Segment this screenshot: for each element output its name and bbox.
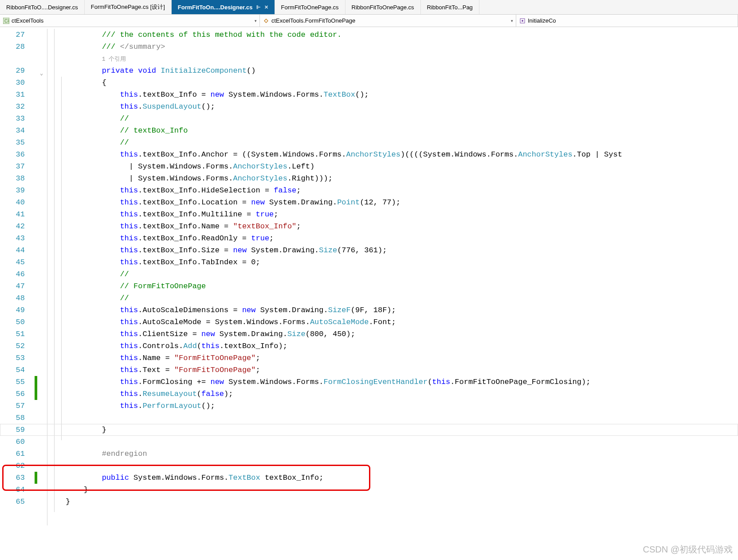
- code-line[interactable]: // textBox_Info: [66, 125, 738, 137]
- code-line[interactable]: this.textBox_Info.ReadOnly = true;: [66, 232, 738, 244]
- fold-icon[interactable]: ⌄: [40, 67, 43, 79]
- line-number: 54: [0, 364, 25, 376]
- line-number: 65: [0, 496, 25, 508]
- line-number: 36: [0, 149, 25, 161]
- line-number: 55: [0, 376, 25, 388]
- member-dropdown[interactable]: InitializeCo: [516, 15, 738, 27]
- chevron-down-icon: ▾: [255, 19, 257, 23]
- pin-icon[interactable]: ⊩: [256, 4, 261, 10]
- code-line[interactable]: this.textBox_Info.Name = "textBox_Info";: [66, 220, 738, 232]
- line-number: 53: [0, 352, 25, 364]
- line-number: 62: [0, 460, 25, 472]
- code-line[interactable]: }: [66, 424, 738, 436]
- code-line[interactable]: | System.Windows.Forms.AnchorStyles.Righ…: [66, 172, 738, 184]
- code-line[interactable]: this.Text = "FormFitToOnePage";: [66, 364, 738, 376]
- close-icon[interactable]: ✕: [264, 4, 268, 10]
- code-line[interactable]: public System.Windows.Forms.TextBox text…: [66, 472, 738, 484]
- tab-label: FormFitToOn....Designer.cs: [178, 4, 253, 11]
- line-number: 48: [0, 292, 25, 304]
- line-number: 30: [0, 77, 25, 89]
- tab-label: RibbonFitToOnePage.cs: [352, 4, 414, 11]
- file-tab[interactable]: RibbonFitToOnePage.cs: [345, 0, 421, 14]
- code-line[interactable]: /// the contents of this method with the…: [66, 29, 738, 41]
- file-tab[interactable]: FormFitToOnePage.cs [设计]: [85, 0, 172, 14]
- line-number: 64: [0, 484, 25, 496]
- code-line[interactable]: this.textBox_Info.Location = new System.…: [66, 196, 738, 208]
- marker-column: ⌄: [31, 27, 46, 560]
- code-line[interactable]: #endregion: [66, 448, 738, 460]
- class-label: ctExcelTools.FormFitToOnePage: [271, 17, 355, 24]
- class-dropdown[interactable]: ctExcelTools.FormFitToOnePage ▾: [260, 15, 516, 27]
- code-line[interactable]: //: [66, 113, 738, 125]
- file-tab[interactable]: FormFitToOnePage.cs: [275, 0, 345, 14]
- code-line[interactable]: this.Controls.Add(this.textBox_Info);: [66, 340, 738, 352]
- line-number: 29: [0, 65, 25, 77]
- line-numbers: 2728293031323334353637383940414243444546…: [0, 27, 31, 560]
- line-number: 35: [0, 137, 25, 149]
- change-indicator: [35, 472, 37, 484]
- code-line[interactable]: this.PerformLayout();: [66, 400, 738, 412]
- member-label: InitializeCo: [528, 17, 556, 24]
- chevron-down-icon: ▾: [511, 19, 513, 23]
- line-number: 42: [0, 220, 25, 232]
- line-number: 47: [0, 280, 25, 292]
- gutter: 2728293031323334353637383940414243444546…: [0, 27, 46, 560]
- navigation-bar: C# ctExcelTools ▾ ctExcelTools.FormFitTo…: [0, 15, 738, 27]
- code-line[interactable]: this.ClientSize = new System.Drawing.Siz…: [66, 328, 738, 340]
- code-line[interactable]: {: [66, 77, 738, 89]
- code-line[interactable]: this.AutoScaleMode = System.Windows.Form…: [66, 316, 738, 328]
- csharp-icon: C#: [3, 17, 10, 24]
- code-line[interactable]: }: [66, 496, 738, 508]
- line-number: 60: [0, 436, 25, 448]
- line-number: 37: [0, 161, 25, 172]
- code-line[interactable]: this.AutoScaleDimensions = new System.Dr…: [66, 304, 738, 316]
- file-tab[interactable]: RibbonFitTo...Pag: [421, 0, 479, 14]
- code-line[interactable]: this.textBox_Info.HideSelection = false;: [66, 184, 738, 196]
- code-line[interactable]: private void InitializeComponent(): [66, 65, 738, 77]
- code-line[interactable]: //: [66, 137, 738, 149]
- line-number: 27: [0, 29, 25, 41]
- svg-point-3: [522, 20, 523, 22]
- line-number: 32: [0, 101, 25, 113]
- line-number: 61: [0, 448, 25, 460]
- code-content[interactable]: /// the contents of this method with the…: [66, 27, 738, 560]
- code-line[interactable]: // FormFitToOnePage: [66, 280, 738, 292]
- tab-label: FormFitToOnePage.cs [设计]: [91, 3, 165, 11]
- project-dropdown[interactable]: C# ctExcelTools ▾: [0, 15, 260, 27]
- code-editor[interactable]: 2728293031323334353637383940414243444546…: [0, 27, 738, 560]
- code-line[interactable]: this.textBox_Info.Anchor = ((System.Wind…: [66, 149, 738, 161]
- file-tab[interactable]: FormFitToOn....Designer.cs⊩✕: [172, 0, 275, 14]
- line-number: 52: [0, 340, 25, 352]
- code-line[interactable]: this.textBox_Info.Multiline = true;: [66, 208, 738, 220]
- code-line[interactable]: [66, 412, 738, 424]
- code-line[interactable]: this.FormClosing += new System.Windows.F…: [66, 376, 738, 388]
- code-line[interactable]: [66, 460, 738, 472]
- line-number: 49: [0, 304, 25, 316]
- code-line[interactable]: //: [66, 268, 738, 280]
- code-line[interactable]: this.textBox_Info.Size = new System.Draw…: [66, 244, 738, 256]
- line-number: 43: [0, 232, 25, 244]
- line-number: 46: [0, 268, 25, 280]
- code-line[interactable]: [66, 436, 738, 448]
- line-number: 40: [0, 196, 25, 208]
- line-number: 59: [0, 424, 25, 436]
- code-line[interactable]: this.Name = "FormFitToOnePage";: [66, 352, 738, 364]
- line-number: 63: [0, 472, 25, 484]
- code-line[interactable]: }: [66, 484, 738, 496]
- code-line[interactable]: this.textBox_Info = new System.Windows.F…: [66, 89, 738, 101]
- project-label: ctExcelTools: [12, 17, 43, 24]
- code-line[interactable]: 1 个引用: [66, 53, 738, 65]
- code-line[interactable]: this.SuspendLayout();: [66, 101, 738, 113]
- line-number: 57: [0, 400, 25, 412]
- svg-text:C#: C#: [4, 19, 9, 23]
- file-tabs: RibbonFitToO....Designer.csFormFitToOneP…: [0, 0, 738, 15]
- code-line[interactable]: this.textBox_Info.TabIndex = 0;: [66, 256, 738, 268]
- code-line[interactable]: /// </summary>: [66, 41, 738, 53]
- line-number: 33: [0, 113, 25, 125]
- code-line[interactable]: | System.Windows.Forms.AnchorStyles.Left…: [66, 161, 738, 172]
- method-icon: [519, 17, 526, 24]
- outline-guides: [46, 27, 66, 560]
- code-line[interactable]: //: [66, 292, 738, 304]
- code-line[interactable]: this.ResumeLayout(false);: [66, 388, 738, 400]
- file-tab[interactable]: RibbonFitToO....Designer.cs: [0, 0, 85, 14]
